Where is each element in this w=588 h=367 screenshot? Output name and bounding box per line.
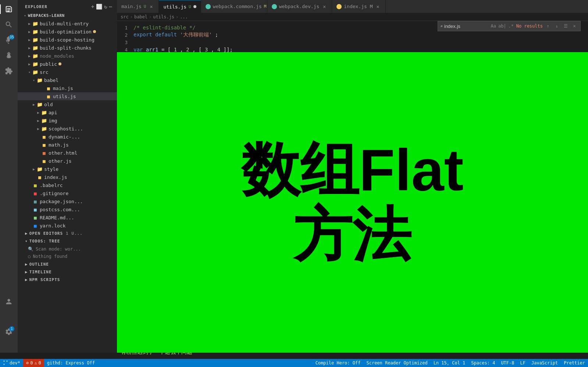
sidebar-item-readme[interactable]: ▶ ■ README.md... — [18, 213, 117, 222]
prev-result-btn[interactable]: ↑ — [544, 22, 552, 30]
tab-utils-js[interactable]: utils.js U — [159, 0, 201, 13]
status-line-ending[interactable]: LF — [517, 359, 528, 367]
open-editors-header[interactable]: ▶ OPEN EDITORS 1 u... — [18, 230, 117, 237]
tab-webpack-dev[interactable]: webpack.dev.js × — [267, 0, 332, 13]
folder-arrow: ▶ — [26, 45, 32, 51]
no-results-text: No results — [516, 24, 543, 29]
sidebar-item-gitignore[interactable]: ▶ ■ .gitignore — [18, 189, 117, 197]
refresh-icon[interactable]: ↻ — [104, 4, 107, 10]
tab-close-btn[interactable]: × — [148, 4, 154, 10]
sidebar-item-babel[interactable]: ▾ 📁 babel — [18, 76, 117, 84]
sidebar-item-build-scope[interactable]: ▶ 📁 build-scope-hosting — [18, 36, 117, 44]
tab-label: webpack.common.js — [213, 4, 262, 9]
green-overlay: 数组Flat 方法 — [117, 52, 588, 353]
status-screen-reader[interactable]: Screen Reader Optimized — [363, 359, 430, 367]
new-folder-icon[interactable]: ⬜ — [96, 4, 103, 10]
file-icon: ■ — [46, 93, 51, 99]
source-control-icon[interactable]: 35 — [3, 34, 15, 46]
match-case-btn[interactable]: Aa — [490, 22, 497, 30]
status-spaces[interactable]: Spaces: 4 — [468, 359, 498, 367]
item-label: dynamic-... — [49, 134, 80, 140]
close-search-btn[interactable]: × — [571, 22, 578, 30]
tab-close-btn[interactable]: × — [321, 4, 327, 10]
sidebar-item-yarn-lock[interactable]: ▶ ■ yarn.lock — [18, 222, 117, 230]
section-label: TIMELINE — [29, 270, 52, 274]
error-count: 0 — [30, 360, 33, 366]
sidebar-item-dynamic[interactable]: ▶ ■ dynamic-... — [18, 133, 117, 141]
sidebar-item-build-split[interactable]: ▶ 📁 build-split-chunks — [18, 44, 117, 52]
search-input[interactable] — [444, 24, 488, 29]
sidebar-item-math-js[interactable]: ▶ ■ math.js — [18, 141, 117, 149]
sidebar-item-src[interactable]: ▾ 📁 src — [18, 68, 117, 76]
status-compile-hero[interactable]: Compile Hero: Off — [313, 359, 364, 367]
code-content: export default '大伟聊前端' ; — [133, 32, 218, 38]
sidebar-item-postcss[interactable]: ▶ ■ postcss.com... — [18, 205, 117, 213]
sidebar-item-old[interactable]: ▶ 📁 old — [18, 100, 117, 108]
section-arrow: ▶ — [25, 231, 28, 236]
sidebar-item-scophosti[interactable]: ▶ 📁 scophosti... — [18, 125, 117, 133]
warning-count: 0 — [39, 360, 41, 366]
tab-bar: main.js U × utils.js U webpack.common.js… — [117, 0, 588, 13]
sidebar-item-main-js[interactable]: ▶ ■ main.js — [18, 84, 117, 92]
sidebar-item-build-multi[interactable]: ▶ 📁 build-multi-entry — [18, 19, 117, 28]
sidebar-item-babelrc[interactable]: ▶ ■ .babelrc — [18, 181, 117, 189]
tab-main-js[interactable]: main.js U × — [117, 0, 159, 13]
outline-header[interactable]: ▶ OUTLINE — [18, 260, 117, 268]
new-file-icon[interactable]: + — [91, 4, 95, 10]
sidebar-item-utils-js[interactable]: ▶ ■ utils.js — [18, 92, 117, 100]
sidebar-item-style[interactable]: ▶ 📁 style — [18, 165, 117, 173]
section-label: TODOS: TREE — [29, 239, 60, 244]
collapse-icon[interactable]: ⋯ — [109, 4, 113, 10]
extensions-icon[interactable] — [3, 65, 15, 77]
sidebar-item-api[interactable]: ▶ 📁 api — [18, 108, 117, 116]
status-line-col[interactable]: Ln 15, Col 1 — [431, 359, 468, 367]
sidebar-item-package-json[interactable]: ▶ ■ package.json... — [18, 197, 117, 205]
todos-tree-header[interactable]: ▾ TODOS: TREE — [18, 237, 117, 245]
whole-word-btn[interactable]: ab| — [499, 22, 506, 30]
breadcrumb-utils[interactable]: utils.js — [153, 14, 174, 19]
folder-arrow: ▾ — [31, 77, 37, 83]
project-name: WEBPACK5-LEARN — [28, 13, 65, 18]
project-root[interactable]: ▾ WEBPACK5-LEARN — [18, 11, 117, 19]
filter-btn[interactable]: ☰ — [562, 22, 569, 30]
timeline-header[interactable]: ▶ TIMELINE — [18, 268, 117, 276]
debug-icon[interactable] — [3, 49, 15, 62]
folder-arrow: ▶ — [26, 29, 32, 35]
open-editors-count: 1 u... — [66, 231, 83, 236]
tab-label: webpack.dev.js — [279, 4, 320, 9]
breadcrumb-more[interactable]: ... — [180, 14, 188, 19]
npm-scripts-header[interactable]: ▶ NPM SCRIPTS — [18, 276, 117, 284]
breadcrumb-src[interactable]: src — [121, 14, 129, 19]
code-line-3: 3 — [117, 39, 588, 46]
account-icon[interactable] — [3, 295, 15, 308]
status-encoding[interactable]: UTF-8 — [498, 359, 517, 367]
main-area: main.js U × utils.js U webpack.common.js… — [117, 0, 588, 353]
status-language[interactable]: JavaScript — [528, 359, 561, 367]
sidebar-item-other-js[interactable]: ▶ ■ other.js — [18, 157, 117, 165]
status-git-branch[interactable]: dev* — [0, 359, 23, 367]
folder-icon: 📁 — [32, 29, 38, 35]
tab-status: M — [264, 4, 267, 9]
tab-webpack-common[interactable]: webpack.common.js M × — [201, 0, 267, 13]
explorer-icon[interactable] — [3, 3, 15, 15]
tab-index-js[interactable]: index.js M × — [332, 0, 385, 13]
status-bar: dev* ⊘ 0 ⚠ 0 githd: Express Off Compile … — [0, 359, 588, 367]
next-result-btn[interactable]: ↓ — [553, 22, 560, 30]
breadcrumb-babel[interactable]: babel — [134, 14, 147, 19]
status-prettier[interactable]: Prettier — [561, 359, 588, 367]
status-githd[interactable]: githd: Express Off — [44, 359, 98, 367]
sidebar-item-index-js[interactable]: ▶ ■ index.js — [18, 173, 117, 181]
status-errors[interactable]: ⊘ 0 ⚠ 0 — [23, 359, 44, 367]
overlay-line2: 方法 — [241, 202, 463, 267]
tab-close-btn[interactable]: × — [375, 4, 381, 10]
sidebar-item-img[interactable]: ▶ 📁 img — [18, 116, 117, 125]
sidebar-item-other-html[interactable]: ▶ ■ other.html — [18, 149, 117, 157]
sidebar-item-build-opt[interactable]: ▶ 📁 build-optimization — [18, 28, 117, 36]
sidebar-item-public[interactable]: ▶ 📁 public — [18, 60, 117, 68]
regex-btn[interactable]: .* — [507, 22, 515, 30]
overlay-line1: 数组Flat — [241, 138, 463, 202]
search-icon[interactable] — [3, 18, 15, 31]
settings-icon[interactable]: 1 — [3, 325, 15, 338]
search-label: ⌕ — [440, 24, 443, 29]
sidebar-item-node-modules[interactable]: ▶ 📁 node_modules — [18, 52, 117, 60]
